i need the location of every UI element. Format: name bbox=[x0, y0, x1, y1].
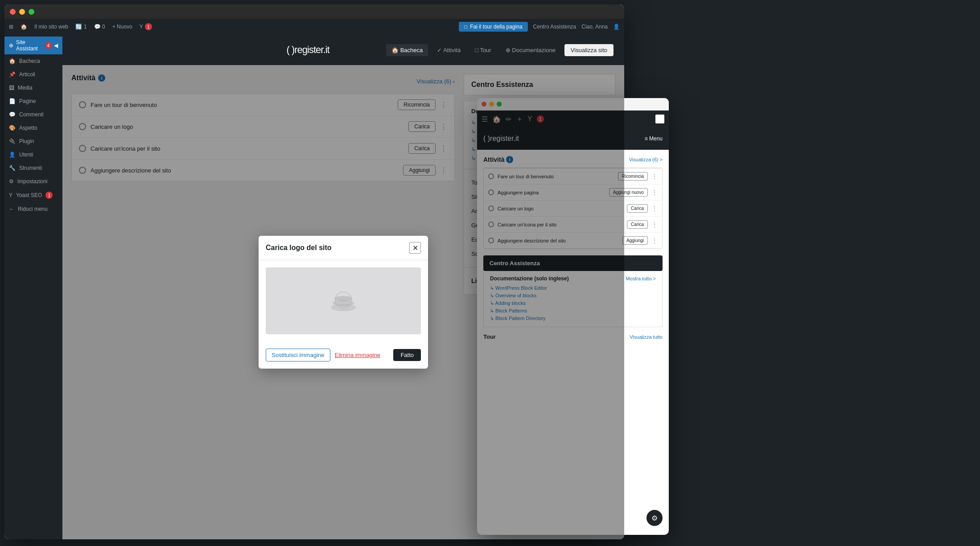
media-label: Media bbox=[18, 85, 33, 91]
admin-bar-right: □ Fai il tour della pagina Centro Assist… bbox=[459, 22, 620, 32]
visualizza-sito-btn[interactable]: Visualizza sito bbox=[564, 44, 614, 56]
modal-image-preview bbox=[266, 267, 421, 334]
yoast-sidebar-label: Yoast SEO bbox=[16, 192, 42, 198]
pagine-icon: 📄 bbox=[9, 98, 16, 104]
site-assistant-badge: 4 bbox=[45, 42, 51, 49]
minimize-button[interactable] bbox=[19, 9, 25, 15]
sidebar-item-commenti[interactable]: 💬 Commenti bbox=[4, 108, 62, 121]
modal-header: Carica logo del sito ✕ bbox=[259, 236, 428, 260]
replace-image-btn[interactable]: Sostituisci immagine bbox=[266, 349, 330, 361]
commenti-icon: 💬 bbox=[9, 111, 16, 118]
comments-count[interactable]: 🔄 1 bbox=[75, 24, 87, 30]
bacheca-label: Bacheca bbox=[19, 58, 40, 64]
sec-action-5[interactable]: Aggiungi bbox=[622, 236, 648, 245]
modal-overlay[interactable]: Carica logo del sito ✕ bbox=[62, 65, 624, 539]
media-icon: 🖼 bbox=[9, 85, 14, 91]
sidebar-item-riduci[interactable]: ← Riduci menu bbox=[4, 202, 62, 216]
utenti-icon: 👤 bbox=[9, 152, 16, 158]
wp-admin-bar: ⊞ 🏠 Il mio sito web 🔄 1 💬 0 + Nuovo Y 1 … bbox=[4, 19, 624, 35]
sec-menu-btn[interactable]: ≡ Menu bbox=[645, 135, 663, 142]
modal-footer: Sostituisci immagine Elimina immagine Fa… bbox=[259, 349, 428, 369]
modal-footer-left: Sostituisci immagine Elimina immagine bbox=[266, 349, 380, 361]
sidebar-item-articoli[interactable]: 📌 Articoli bbox=[4, 68, 62, 81]
strumenti-label: Strumenti bbox=[19, 165, 42, 171]
impostazioni-label: Impostazioni bbox=[17, 178, 47, 185]
sidebar-item-strumenti[interactable]: 🔧 Strumenti bbox=[4, 161, 62, 175]
sec-action-3[interactable]: Carica bbox=[627, 204, 648, 213]
tour-icon: □ bbox=[464, 24, 467, 30]
utenti-label: Utenti bbox=[19, 152, 33, 158]
sec-action-4[interactable]: Carica bbox=[627, 220, 648, 229]
nav-documentazione-btn[interactable]: ⊕ Documentazione bbox=[500, 44, 561, 56]
sec-more-5[interactable]: ⋮ bbox=[651, 237, 658, 244]
sec-fab-btn[interactable]: ⚙ bbox=[646, 510, 663, 526]
sidebar-item-media[interactable]: 🖼 Media bbox=[4, 81, 62, 94]
sidebar-item-pagine[interactable]: 📄 Pagine bbox=[4, 94, 62, 108]
sec-more-1[interactable]: ⋮ bbox=[651, 173, 658, 180]
sec-more-3[interactable]: ⋮ bbox=[651, 205, 658, 212]
modal-close-btn[interactable]: ✕ bbox=[409, 242, 421, 254]
messages-icon[interactable]: 💬 0 bbox=[94, 24, 105, 30]
sec-more-4[interactable]: ⋮ bbox=[651, 221, 658, 228]
site-assistant-icon: ⊕ bbox=[9, 42, 13, 49]
yoast-sidebar-badge: 1 bbox=[45, 192, 53, 199]
sec-show-all-btn[interactable]: Mostra tutto > bbox=[626, 276, 656, 281]
sidebar-item-plugin[interactable]: 🔌 Plugin bbox=[4, 135, 62, 148]
sec-more-2[interactable]: ⋮ bbox=[651, 189, 658, 196]
done-btn[interactable]: Fatto bbox=[393, 349, 421, 361]
sec-view-link[interactable]: Visualizza (6) > bbox=[629, 157, 663, 162]
articoli-icon: 📌 bbox=[9, 71, 16, 78]
yoast-icon[interactable]: Y 1 bbox=[140, 23, 152, 30]
aspetto-icon: 🎨 bbox=[9, 125, 16, 131]
sidebar-item-bacheca[interactable]: 🏠 Bacheca bbox=[4, 54, 62, 68]
logo-placeholder-svg bbox=[325, 283, 361, 319]
register-nav: 🏠 Bacheca ✓ Attività □ Tour ⊕ Documentaz… bbox=[386, 44, 614, 56]
help-center-link[interactable]: Centro Assistenza bbox=[533, 24, 576, 30]
yoast-sidebar-icon: Y bbox=[9, 192, 12, 198]
strumenti-icon: 🔧 bbox=[9, 165, 16, 171]
site-assistant-label: Site Assistant bbox=[16, 39, 43, 52]
titlebar bbox=[4, 4, 624, 19]
svg-point-2 bbox=[334, 296, 352, 301]
impostazioni-icon: ⚙ bbox=[9, 178, 14, 185]
sec-white-square-icon[interactable] bbox=[655, 115, 664, 123]
sec-tour-view-all[interactable]: Visualizza tutto bbox=[630, 334, 663, 340]
greeting: Ciao, Anna bbox=[581, 24, 608, 30]
main-content: ( )register.it 🏠 Bacheca ✓ Attività □ To… bbox=[62, 35, 624, 539]
sidebar-item-utenti[interactable]: 👤 Utenti bbox=[4, 148, 62, 161]
commenti-label: Commenti bbox=[19, 111, 44, 118]
nav-tour-btn[interactable]: □ Tour bbox=[469, 44, 497, 56]
new-item-btn[interactable]: + Nuovo bbox=[112, 24, 132, 30]
riduci-icon: ← bbox=[9, 206, 14, 212]
wp-layout: ⊕ Site Assistant 4 ◀ 🏠 Bacheca 📌 Articol… bbox=[4, 35, 624, 539]
pagine-label: Pagine bbox=[19, 98, 36, 104]
riduci-label: Riduci menu bbox=[18, 206, 48, 212]
nav-bacheca-btn[interactable]: 🏠 Bacheca bbox=[386, 44, 428, 56]
delete-image-btn[interactable]: Elimina immagine bbox=[335, 349, 381, 361]
sidebar: ⊕ Site Assistant 4 ◀ 🏠 Bacheca 📌 Articol… bbox=[4, 35, 62, 539]
bacheca-icon: 🏠 bbox=[9, 58, 16, 64]
sidebar-item-yoast[interactable]: Y Yoast SEO 1 bbox=[4, 188, 62, 202]
nav-attivita-btn[interactable]: ✓ Attività bbox=[432, 44, 466, 56]
maximize-button[interactable] bbox=[29, 9, 34, 15]
sidebar-item-impostazioni[interactable]: ⚙ Impostazioni bbox=[4, 175, 62, 188]
sidebar-item-aspetto[interactable]: 🎨 Aspetto bbox=[4, 121, 62, 135]
sec-topbar-right bbox=[655, 115, 664, 123]
register-header: ( )register.it 🏠 Bacheca ✓ Attività □ To… bbox=[62, 35, 624, 65]
plugin-icon: 🔌 bbox=[9, 138, 16, 144]
main-window: ⊞ 🏠 Il mio sito web 🔄 1 💬 0 + Nuovo Y 1 … bbox=[4, 4, 624, 539]
avatar[interactable]: 👤 bbox=[613, 24, 620, 30]
content-area: Attività i Visualizza (6) › Fare un tour… bbox=[62, 65, 624, 539]
site-name[interactable]: Il mio sito web bbox=[34, 24, 68, 30]
wp-logo-icon[interactable]: ⊞ bbox=[9, 24, 13, 30]
site-home-icon[interactable]: 🏠 bbox=[21, 24, 27, 30]
articoli-label: Articoli bbox=[19, 71, 35, 78]
aspetto-label: Aspetto bbox=[19, 125, 37, 131]
plugin-label: Plugin bbox=[19, 138, 34, 144]
close-button[interactable] bbox=[10, 9, 16, 15]
register-logo: ( )register.it bbox=[230, 44, 386, 56]
site-assistant-item[interactable]: ⊕ Site Assistant 4 ◀ bbox=[4, 37, 62, 54]
tour-page-button[interactable]: □ Fai il tour della pagina bbox=[459, 22, 528, 32]
modal-body bbox=[259, 260, 428, 349]
site-assistant-arrow: ◀ bbox=[54, 42, 58, 49]
